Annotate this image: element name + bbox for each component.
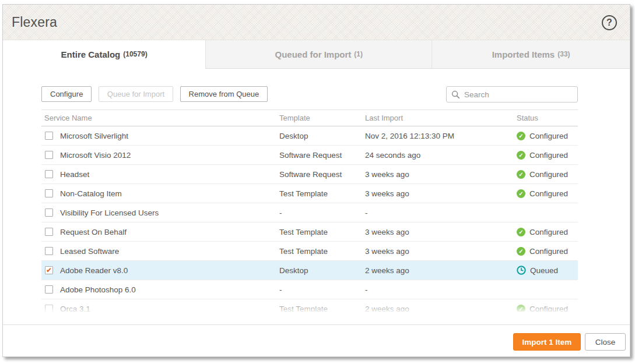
row-checkbox[interactable] bbox=[45, 132, 53, 140]
flexera-catalog-dialog: Flexera ? Entire Catalog (10579) Queued … bbox=[2, 4, 630, 357]
service-name-cell: Adobe Photoshop 6.0 bbox=[60, 285, 136, 294]
status-cell: ✓ Configured bbox=[517, 228, 577, 236]
table-row[interactable]: ✔ Adobe Reader v8.0 Desktop 2 weeks ago … bbox=[41, 261, 578, 280]
service-name-cell: Visibility For Licensed Users bbox=[60, 208, 159, 217]
configure-button[interactable]: Configure bbox=[41, 86, 92, 102]
status-cell: ✓ Configured bbox=[517, 132, 577, 140]
last-import-cell: 24 seconds ago bbox=[365, 151, 517, 160]
column-header-service-name[interactable]: Service Name bbox=[41, 114, 279, 122]
row-checkbox[interactable] bbox=[45, 285, 53, 294]
table-body: Microsoft Silverlight Desktop Nov 2, 201… bbox=[41, 126, 578, 312]
import-button[interactable]: Import 1 Item bbox=[513, 333, 581, 351]
table-row[interactable]: Leased Software Test Template 3 weeks ag… bbox=[41, 242, 578, 261]
page-title: Flexera bbox=[12, 15, 57, 30]
service-name-cell: Orca 3.1 bbox=[60, 305, 90, 312]
last-import-cell: - bbox=[365, 285, 517, 294]
last-import-cell: 2 weeks ago bbox=[365, 305, 517, 312]
last-import-cell: 2 weeks ago bbox=[365, 266, 517, 275]
configured-check-icon: ✓ bbox=[517, 228, 525, 236]
row-checkbox[interactable] bbox=[45, 189, 53, 197]
table-row[interactable]: Microsoft Visio 2012 Software Request 24… bbox=[41, 146, 578, 165]
row-checkbox[interactable] bbox=[45, 305, 53, 312]
table-row[interactable]: Request On Behalf Test Template 3 weeks … bbox=[41, 222, 578, 242]
configured-check-icon: ✓ bbox=[517, 305, 525, 312]
tab-count: (1) bbox=[354, 50, 363, 58]
template-cell: Test Template bbox=[279, 189, 365, 198]
tab-label: Imported Items bbox=[492, 50, 555, 59]
status-label: Configured bbox=[529, 151, 568, 160]
service-name-cell: Non-Catalog Item bbox=[60, 189, 122, 198]
table-row[interactable]: Headset Software Request 3 weeks ago ✓ C… bbox=[41, 165, 578, 184]
queued-clock-icon bbox=[517, 266, 526, 275]
tab-count: (33) bbox=[557, 50, 570, 58]
template-cell: Test Template bbox=[279, 305, 365, 312]
column-header-last-import[interactable]: Last Import bbox=[365, 114, 517, 122]
template-cell: - bbox=[279, 208, 365, 217]
search-box bbox=[446, 86, 578, 103]
remove-from-queue-button[interactable]: Remove from Queue bbox=[180, 86, 268, 102]
template-cell: Test Template bbox=[279, 247, 365, 256]
tab-bar: Entire Catalog (10579) Queued for Import… bbox=[3, 40, 630, 69]
help-icon[interactable]: ? bbox=[602, 15, 617, 30]
status-label: Configured bbox=[529, 228, 568, 236]
last-import-cell: 3 weeks ago bbox=[365, 170, 517, 179]
table-row[interactable]: Adobe Photoshop 6.0 - - bbox=[41, 280, 578, 299]
status-cell: ✓ Configured bbox=[517, 170, 577, 179]
tab-entire-catalog[interactable]: Entire Catalog (10579) bbox=[3, 40, 205, 69]
status-label: Configured bbox=[529, 189, 568, 198]
tab-label: Queued for Import bbox=[275, 50, 351, 59]
template-cell: - bbox=[279, 285, 365, 294]
template-cell: Software Request bbox=[279, 151, 365, 160]
service-name-cell: Request On Behalf bbox=[60, 228, 127, 236]
last-import-cell: 3 weeks ago bbox=[365, 228, 517, 236]
last-import-cell: 3 weeks ago bbox=[365, 247, 517, 256]
configured-check-icon: ✓ bbox=[517, 151, 525, 160]
template-cell: Desktop bbox=[279, 132, 365, 140]
configured-check-icon: ✓ bbox=[517, 132, 525, 140]
queue-for-import-button[interactable]: Queue for Import bbox=[99, 86, 173, 102]
row-checkbox[interactable] bbox=[45, 170, 53, 178]
dialog-footer: Import 1 Item Close bbox=[3, 324, 630, 356]
row-checkbox[interactable] bbox=[45, 151, 53, 159]
table-row[interactable]: Orca 3.1 Test Template 2 weeks ago ✓ Con… bbox=[41, 299, 578, 312]
last-import-cell: Nov 2, 2016 12:13:30 PM bbox=[365, 132, 517, 140]
status-cell: ✓ Configured bbox=[517, 189, 577, 198]
row-checkbox[interactable] bbox=[45, 208, 53, 217]
service-name-cell: Microsoft Silverlight bbox=[60, 132, 128, 140]
status-label: Configured bbox=[529, 170, 568, 179]
tab-queued-for-import[interactable]: Queued for Import (1) bbox=[205, 40, 431, 69]
service-name-cell: Microsoft Visio 2012 bbox=[60, 151, 131, 160]
row-checkbox[interactable] bbox=[45, 247, 53, 255]
service-name-cell: Headset bbox=[60, 170, 89, 179]
configured-check-icon: ✓ bbox=[517, 247, 525, 256]
table-row[interactable]: Microsoft Silverlight Desktop Nov 2, 201… bbox=[41, 126, 578, 146]
table-row[interactable]: Non-Catalog Item Test Template 3 weeks a… bbox=[41, 184, 578, 203]
column-header-status[interactable]: Status bbox=[517, 114, 577, 122]
tab-count: (10579) bbox=[123, 50, 147, 58]
template-cell: Desktop bbox=[279, 266, 365, 275]
search-input[interactable] bbox=[464, 90, 573, 99]
tab-label: Entire Catalog bbox=[61, 50, 121, 59]
configured-check-icon: ✓ bbox=[517, 170, 525, 179]
status-cell: Queued bbox=[517, 266, 577, 275]
last-import-cell: - bbox=[365, 208, 517, 217]
row-checkbox[interactable] bbox=[45, 228, 53, 236]
status-label: Configured bbox=[529, 305, 568, 312]
template-cell: Test Template bbox=[279, 228, 365, 236]
template-cell: Software Request bbox=[279, 170, 365, 179]
search-icon bbox=[451, 90, 460, 99]
status-cell: ✓ Configured bbox=[517, 151, 577, 160]
row-checkbox[interactable]: ✔ bbox=[45, 266, 53, 274]
tab-imported-items[interactable]: Imported Items (33) bbox=[431, 40, 630, 69]
close-button[interactable]: Close bbox=[585, 333, 626, 351]
status-label: Configured bbox=[529, 247, 568, 256]
table-row[interactable]: Visibility For Licensed Users - - bbox=[41, 203, 578, 222]
status-cell: ✓ Configured bbox=[517, 305, 577, 312]
table-header: Service Name Template Last Import Status bbox=[41, 109, 578, 126]
dialog-header: Flexera ? bbox=[3, 5, 630, 40]
service-name-cell: Adobe Reader v8.0 bbox=[60, 266, 128, 275]
column-header-template[interactable]: Template bbox=[279, 114, 365, 122]
last-import-cell: 3 weeks ago bbox=[365, 189, 517, 198]
catalog-table: Service Name Template Last Import Status… bbox=[41, 109, 578, 312]
status-cell: ✓ Configured bbox=[517, 247, 577, 256]
